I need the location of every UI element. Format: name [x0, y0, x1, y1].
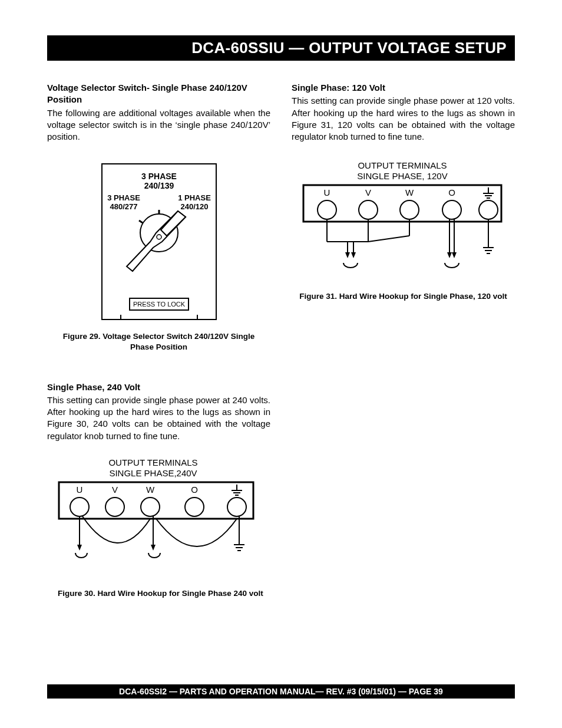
terminal-label-v: V — [365, 187, 371, 197]
voltage-selector-switch-diagram: 3 PHASE 240/139 3 PHASE 480/277 1 PHASE … — [97, 159, 221, 324]
section-heading-120v: Single Phase: 120 Volt — [292, 82, 515, 94]
svg-marker-51 — [452, 252, 457, 258]
section-body-240v: This setting can provide single phase po… — [47, 394, 270, 442]
label-480-277: 480/277 — [110, 202, 137, 211]
svg-point-19 — [185, 498, 204, 516]
svg-point-17 — [105, 498, 124, 516]
svg-line-43 — [368, 236, 409, 242]
right-column: Single Phase: 120 Volt This setting can … — [292, 82, 515, 599]
label-240-120: 240/120 — [180, 202, 208, 211]
left-column: Voltage Selector Switch- Single Phase 24… — [47, 82, 270, 599]
page-title-bar: DCA-60SSIU — OUTPUT VOLTAGE SETUP — [47, 35, 515, 61]
svg-marker-24 — [151, 545, 156, 551]
svg-point-18 — [141, 498, 160, 516]
figure-31: OUTPUT TERMINALS SINGLE PHASE, 120V U V … — [292, 159, 515, 283]
ground-icon — [483, 248, 494, 253]
svg-marker-50 — [447, 252, 452, 258]
svg-point-34 — [318, 200, 336, 219]
fig31-title1: OUTPUT TERMINALS — [358, 160, 447, 170]
terminal-label-w: W — [146, 485, 154, 495]
figure-31-caption: Figure 31. Hard Wire Hookup for Single P… — [292, 291, 515, 302]
terminal-diagram-240v: OUTPUT TERMINALS SINGLE PHASE,240V U V W… — [53, 456, 265, 580]
terminal-label-u: U — [76, 485, 82, 495]
svg-point-37 — [442, 200, 461, 219]
page-footer: DCA-60SSI2 — PARTS AND OPERATION MANUAL—… — [47, 684, 515, 699]
svg-marker-45 — [345, 252, 350, 258]
two-column-layout: Voltage Selector Switch- Single Phase 24… — [47, 82, 515, 599]
svg-point-7 — [157, 235, 161, 239]
section-body-120v: This setting can provide single phase po… — [292, 95, 515, 143]
figure-30-caption: Figure 30. Hard Wire Hookup for Single P… — [47, 588, 270, 599]
terminal-label-u: U — [323, 187, 330, 197]
section-heading-voltage-selector: Voltage Selector Switch- Single Phase 24… — [47, 82, 270, 106]
svg-point-20 — [227, 498, 246, 516]
label-3phase-left: 3 PHASE — [107, 193, 140, 202]
terminal-label-o: O — [191, 485, 198, 495]
figure-30: OUTPUT TERMINALS SINGLE PHASE,240V U V W… — [47, 456, 270, 580]
figure-29: 3 PHASE 240/139 3 PHASE 480/277 1 PHASE … — [47, 159, 270, 324]
svg-marker-22 — [77, 545, 82, 551]
terminal-diagram-120v: OUTPUT TERMINALS SINGLE PHASE, 120V U V … — [297, 159, 510, 283]
label-1phase-right: 1 PHASE — [178, 193, 211, 202]
terminal-label-o: O — [448, 187, 455, 197]
section-body-voltage-selector: The following are additional voltages av… — [47, 107, 270, 143]
svg-marker-46 — [351, 252, 356, 258]
label-press-to-lock: PRESS TO LOCK — [133, 301, 185, 308]
section-heading-240v: Single Phase, 240 Volt — [47, 381, 270, 393]
svg-point-36 — [400, 200, 419, 219]
ground-icon — [234, 545, 244, 551]
svg-point-35 — [359, 200, 378, 219]
svg-point-16 — [70, 498, 89, 516]
label-3phase-top: 3 PHASE — [141, 172, 177, 181]
figure-29-caption: Figure 29. Voltage Selector Switch 240/1… — [47, 331, 270, 353]
label-240-139: 240/139 — [144, 181, 174, 190]
fig30-title2: SINGLE PHASE,240V — [109, 468, 197, 478]
fig31-title2: SINGLE PHASE, 120V — [357, 171, 447, 181]
fig30-title1: OUTPUT TERMINALS — [108, 457, 197, 467]
terminal-label-v: V — [111, 485, 117, 495]
terminal-label-w: W — [405, 187, 414, 197]
svg-point-38 — [479, 200, 498, 219]
